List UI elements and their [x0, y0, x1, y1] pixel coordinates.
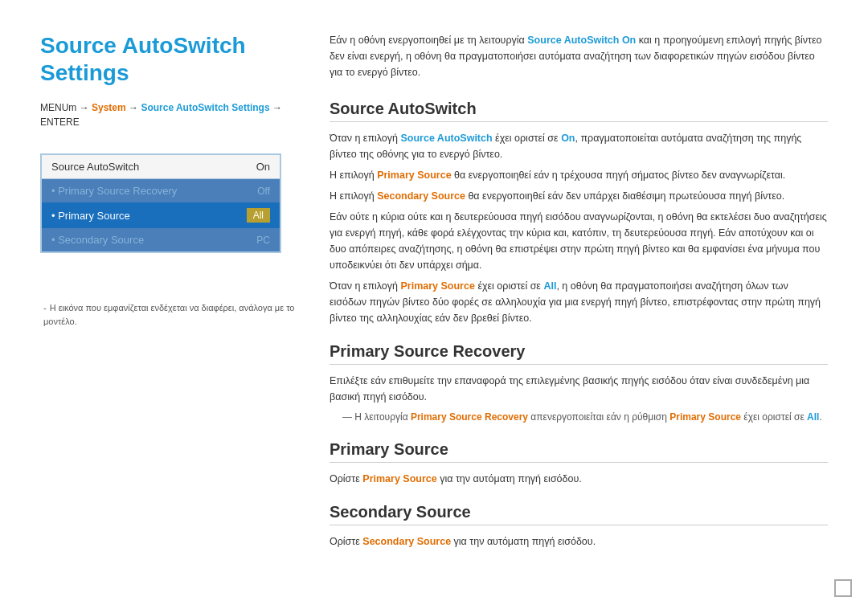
section-title-psr: Primary Source Recovery	[330, 342, 828, 365]
menu-header: Source AutoSwitch On	[42, 155, 280, 179]
breadcrumb-settings: Source AutoSwitch Settings	[141, 102, 269, 113]
intro-paragraph: Εάν η οθόνη ενεργοποιηθεί με τη λειτουργ…	[330, 32, 828, 80]
psr-note: — Η λειτουργία Primary Source Recovery α…	[330, 410, 828, 424]
section-body-ps: Ορίστε Primary Source για την αυτόματη π…	[330, 471, 828, 487]
intro-highlight: Source AutoSwitch On	[527, 35, 636, 46]
section-body-ss: Ορίστε Secondary Source για την αυτόματη…	[330, 533, 828, 550]
section-body-autoswitch: Όταν η επιλογή Source AutoSwitch έχει ορ…	[330, 130, 828, 326]
menu-item-primary-source[interactable]: • Primary Source All	[42, 202, 280, 228]
menu-item-label: • Primary Source Recovery	[51, 185, 177, 197]
menu-item-primary-source-recovery[interactable]: • Primary Source Recovery Off	[42, 179, 280, 202]
breadcrumb-arrow2: →	[270, 102, 282, 113]
breadcrumb-prefix: MENUm →	[40, 102, 92, 113]
section-primary-source-recovery: Primary Source Recovery Επιλέξτε εάν επι…	[330, 342, 828, 424]
menu-item-secondary-source[interactable]: • Secondary Source PC	[42, 228, 280, 251]
menu-item-value-box: All	[247, 208, 270, 223]
section-title-autoswitch: Source AutoSwitch	[330, 100, 828, 122]
menu-item-label: • Primary Source	[51, 210, 130, 222]
section-body-psr: Επιλέξτε εάν επιθυμείτε την επαναφορά τη…	[330, 373, 828, 424]
breadcrumb-arrow1: →	[126, 102, 141, 113]
left-note: -Η εικόνα που εμφανίζεται ενδέχεται να δ…	[40, 301, 297, 328]
section-title-ss: Secondary Source	[330, 503, 828, 525]
menu-item-label: • Secondary Source	[51, 234, 144, 246]
section-secondary-source: Secondary Source Ορίστε Secondary Source…	[330, 503, 828, 550]
menu-item-value: Off	[257, 186, 270, 197]
right-column: Εάν η οθόνη ενεργοποιηθεί με τη λειτουργ…	[330, 32, 828, 581]
breadcrumb-system: System	[92, 102, 126, 113]
section-title-ps: Primary Source	[330, 440, 828, 463]
breadcrumb: MENUm → System → Source AutoSwitch Setti…	[40, 100, 297, 129]
menu-header-label: Source AutoSwitch	[51, 161, 139, 173]
menu-header-value: On	[256, 161, 270, 173]
section-primary-source: Primary Source Ορίστε Primary Source για…	[330, 440, 828, 487]
menu-item-value: PC	[256, 235, 270, 246]
page-title: Source AutoSwitch Settings	[40, 32, 297, 86]
section-source-autoswitch: Source AutoSwitch Όταν η επιλογή Source …	[330, 100, 828, 326]
breadcrumb-enter: ENTERE	[40, 116, 80, 128]
menu-box: Source AutoSwitch On • Primary Source Re…	[40, 153, 281, 253]
left-column: Source AutoSwitch Settings MENUm → Syste…	[40, 32, 297, 581]
corner-box	[834, 579, 852, 597]
